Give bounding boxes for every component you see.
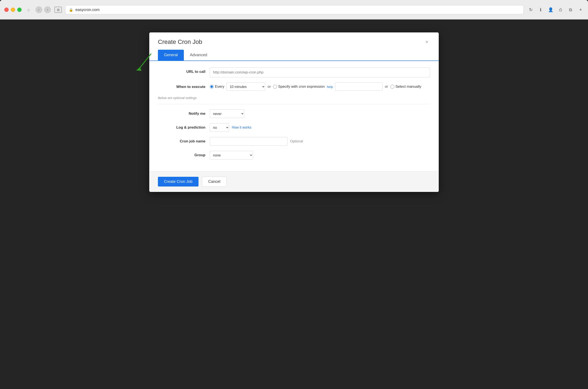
group-control: none — [210, 151, 430, 160]
cron-expression-radio-label[interactable]: Specify with cron expression — [273, 85, 325, 89]
optional-text: Optional — [290, 139, 303, 143]
url-label: URL to call — [158, 67, 205, 74]
select-manually-radio-label[interactable]: Select manually — [390, 85, 421, 89]
every-radio[interactable] — [210, 85, 214, 89]
share-button[interactable]: ⎙ — [557, 6, 564, 13]
notify-select[interactable]: never always on failure — [210, 109, 244, 118]
new-tab-button[interactable]: + — [578, 7, 584, 13]
home-button[interactable]: ⌂ — [25, 6, 32, 13]
when-to-execute-row: When to execute Every 10 minutes 1 minut… — [158, 83, 430, 91]
modal-body: URL to call When to execute Every — [149, 61, 439, 171]
url-control — [210, 67, 430, 77]
info-button[interactable]: ℹ — [537, 6, 544, 13]
log-select[interactable]: no yes — [210, 123, 229, 132]
when-control: Every 10 minutes 1 minute 5 minutes 15 m… — [210, 83, 430, 91]
modal-title: Create Cron Job — [158, 38, 202, 45]
every-radio-label[interactable]: Every — [210, 85, 224, 89]
when-label: When to execute — [158, 83, 205, 89]
help-link[interactable]: help — [327, 85, 333, 89]
url-input[interactable] — [210, 67, 430, 77]
execute-options: Every 10 minutes 1 minute 5 minutes 15 m… — [210, 83, 421, 91]
group-select[interactable]: none — [210, 151, 253, 160]
optional-settings-note: Below are optional settings — [158, 96, 430, 100]
interval-select[interactable]: 10 minutes 1 minute 5 minutes 15 minutes… — [226, 83, 265, 91]
cancel-button[interactable]: Cancel — [202, 177, 227, 187]
log-row: Log & prediction no yes How it works — [158, 123, 430, 132]
maximize-button[interactable] — [17, 7, 22, 12]
select-manually-text: Select manually — [396, 85, 421, 89]
create-cron-job-button[interactable]: Create Cron Job — [158, 177, 198, 187]
reload-button[interactable]: ↻ — [527, 6, 534, 13]
every-text: Every — [215, 85, 224, 89]
cron-name-control: Optional — [210, 137, 430, 146]
notify-row: Notify me never always on failure — [158, 109, 430, 118]
page-content: Create Cron Job × General Advanced URL t… — [0, 19, 588, 389]
close-button[interactable] — [4, 7, 9, 12]
svg-marker-1 — [136, 67, 142, 71]
modal-close-button[interactable]: × — [424, 38, 430, 45]
create-cron-job-modal: Create Cron Job × General Advanced URL t… — [149, 32, 439, 192]
nav-buttons: ‹ › — [35, 6, 51, 13]
modal-header: Create Cron Job × — [149, 32, 439, 50]
browser-chrome: ⌂ ‹ › ⊞ 🔒 easycron.com ↻ ℹ 👤 ⎙ ⧉ + — [0, 0, 588, 19]
forward-button[interactable]: › — [44, 6, 51, 13]
log-control: no yes How it works — [210, 123, 430, 132]
cron-expression-input[interactable] — [335, 83, 383, 91]
select-manually-radio[interactable] — [390, 85, 394, 89]
log-label: Log & prediction — [158, 123, 205, 130]
tab-grid-icon: ⊞ — [57, 8, 60, 12]
notify-label: Notify me — [158, 109, 205, 116]
modal-footer: Create Cron Job Cancel — [149, 171, 439, 192]
or-text-2: or — [385, 85, 388, 89]
notify-control: never always on failure — [210, 109, 430, 118]
lock-icon: 🔒 — [69, 8, 73, 12]
cron-name-row: Cron job name Optional — [158, 137, 430, 146]
url-bar[interactable]: 🔒 easycron.com — [65, 5, 524, 14]
cron-name-input[interactable] — [210, 137, 287, 146]
or-text-1: or — [267, 85, 271, 89]
specify-text: Specify with cron expression — [278, 85, 325, 89]
cron-expression-radio[interactable] — [273, 85, 277, 89]
browser-actions: ↻ ℹ 👤 ⎙ ⧉ — [527, 6, 574, 13]
url-text: easycron.com — [75, 7, 100, 12]
tab-overview-button[interactable]: ⊞ — [55, 7, 62, 13]
group-row: Group none — [158, 151, 430, 160]
group-label: Group — [158, 151, 205, 157]
modal-tabs: General Advanced — [149, 50, 439, 61]
cron-name-label: Cron job name — [158, 137, 205, 143]
profile-button[interactable]: 👤 — [547, 6, 554, 13]
divider — [158, 104, 430, 104]
how-it-works-link[interactable]: How it works — [232, 126, 251, 130]
tab-advanced[interactable]: Advanced — [184, 50, 213, 61]
traffic-lights — [4, 7, 22, 12]
back-button[interactable]: ‹ — [35, 6, 42, 13]
tab-general[interactable]: General — [158, 50, 184, 61]
modal-overlay: Create Cron Job × General Advanced URL t… — [0, 19, 588, 389]
copy-button[interactable]: ⧉ — [567, 6, 574, 13]
url-row: URL to call — [158, 67, 430, 77]
minimize-button[interactable] — [11, 7, 15, 12]
